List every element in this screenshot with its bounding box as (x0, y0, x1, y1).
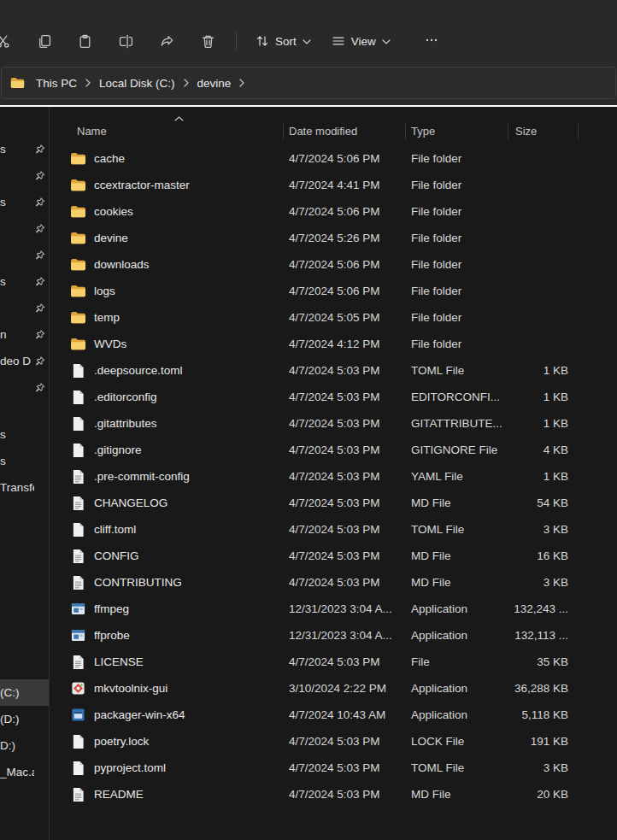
file-row[interactable]: logs4/7/2024 5:06 PMFile folder (50, 278, 617, 304)
file-date-modified: 4/7/2024 4:41 PM (284, 179, 406, 191)
file-type: Application (406, 708, 508, 721)
cut-button[interactable] (0, 25, 21, 57)
delete-button[interactable] (190, 25, 226, 57)
breadcrumb-item[interactable]: Local Disk (C:) (93, 73, 181, 93)
file-row[interactable]: .pre-commit-config4/7/2024 5:03 PMYAML F… (50, 463, 617, 490)
file-name-cell: packager-win-x64 (50, 707, 284, 723)
file-name-cell: .pre-commit-config (50, 468, 284, 485)
toolbar: Sort View (0, 17, 617, 65)
file-row[interactable]: CHANGELOG4/7/2024 5:03 PMMD File54 KB (50, 490, 617, 516)
breadcrumb-item[interactable]: This PC (30, 73, 83, 93)
file-list: cache4/7/2024 5:06 PMFile folderccextrac… (50, 145, 617, 808)
file-name: cliff.toml (94, 523, 136, 536)
column-header-size[interactable]: Size (508, 124, 579, 139)
sidebar-item[interactable]: s (0, 136, 49, 162)
paste-button[interactable] (67, 25, 103, 57)
file-name: packager-win-x64 (94, 708, 185, 721)
folder-icon (70, 150, 86, 167)
file-row[interactable]: cache4/7/2024 5:06 PMFile folder (50, 145, 617, 172)
file-icon (70, 733, 86, 749)
file-row[interactable]: packager-win-x644/7/2024 10:43 AMApplica… (50, 702, 617, 728)
view-button[interactable]: View (321, 25, 401, 57)
file-row[interactable]: cliff.toml4/7/2024 5:03 PMTOML File3 KB (50, 516, 617, 543)
sidebar-item[interactable] (0, 295, 49, 321)
file-row[interactable]: ccextractor-master4/7/2024 4:41 PMFile f… (50, 172, 617, 198)
file-type: TOML File (406, 761, 508, 774)
file-type: GITATTRIBUTE... (406, 417, 508, 430)
sidebar-item[interactable]: s (0, 421, 49, 448)
pin-icon (34, 170, 45, 181)
copy-button[interactable] (26, 25, 62, 57)
address-bar[interactable]: This PCLocal Disk (C:)devine (1, 67, 616, 99)
file-date-modified: 4/7/2024 5:06 PM (284, 258, 406, 271)
file-size: 4 KB (508, 443, 579, 456)
folder-icon (70, 336, 86, 352)
breadcrumb-item[interactable]: devine (191, 73, 238, 93)
column-header-name[interactable]: Name (50, 124, 284, 139)
file-name-cell: CONFIG (50, 548, 284, 564)
file-date-modified: 4/7/2024 5:03 PM (284, 364, 406, 377)
file-name: ffmpeg (94, 602, 129, 615)
sidebar-item[interactable]: (C:) (0, 679, 49, 706)
file-row[interactable]: poetry.lock4/7/2024 5:03 PMLOCK File191 … (50, 728, 617, 755)
file-date-modified: 4/7/2024 5:03 PM (284, 576, 406, 589)
sidebar-item[interactable] (0, 215, 49, 242)
more-options-button[interactable] (414, 25, 449, 57)
file-row[interactable]: WVDs4/7/2024 4:12 PMFile folder (50, 331, 617, 357)
file-date-modified: 4/7/2024 5:03 PM (284, 391, 406, 403)
file-type: Application (406, 602, 508, 615)
file-row[interactable]: cookies4/7/2024 5:06 PMFile folder (50, 198, 617, 225)
sidebar-item[interactable] (0, 374, 49, 401)
file-size: 132,113 ... (508, 629, 579, 642)
file-row[interactable]: CONFIG4/7/2024 5:03 PMMD File16 KB (50, 543, 617, 569)
sidebar-item-label: _Mac.ap (0, 766, 34, 778)
file-row[interactable]: README4/7/2024 5:03 PMMD File20 KB (50, 781, 617, 808)
file-row[interactable]: temp4/7/2024 5:05 PMFile folder (50, 304, 617, 331)
file-row[interactable]: .editorconfig4/7/2024 5:03 PMEDITORCONFI… (50, 384, 617, 410)
sidebar-item[interactable]: _Mac.ap (0, 759, 49, 785)
file-row[interactable]: .gitattributes4/7/2024 5:03 PMGITATTRIBU… (50, 410, 617, 437)
file-date-modified: 4/7/2024 5:03 PM (284, 417, 406, 430)
folder-icon (70, 283, 86, 299)
column-header-type[interactable]: Type (406, 124, 508, 139)
file-row[interactable]: ffprobe12/31/2023 3:04 A...Application13… (50, 622, 617, 649)
file-type: Application (406, 682, 508, 695)
share-icon (159, 33, 175, 50)
doc-icon (70, 786, 86, 802)
sidebar-item[interactable]: s (0, 268, 49, 295)
pin-icon (34, 329, 45, 340)
file-type: MD File (406, 549, 508, 562)
sidebar-item[interactable]: (D:) (0, 706, 49, 732)
file-name-cell: cliff.toml (50, 521, 284, 537)
share-button[interactable] (149, 25, 185, 57)
cut-icon (0, 33, 11, 50)
sidebar-item[interactable]: D:) (0, 732, 49, 759)
file-row[interactable]: mkvtoolnix-gui3/10/2024 2:22 PMApplicati… (50, 675, 617, 702)
sidebar-item[interactable]: Transfer (0, 474, 49, 501)
sidebar-item[interactable]: n (0, 321, 49, 348)
sort-button[interactable]: Sort (245, 25, 321, 57)
file-icon (70, 362, 86, 379)
rename-button[interactable] (108, 25, 144, 57)
file-row[interactable]: devine4/7/2024 5:26 PMFile folder (50, 225, 617, 251)
file-row[interactable]: downloads4/7/2024 5:06 PMFile folder (50, 251, 617, 278)
sidebar-item-label: s (0, 428, 6, 441)
column-header-date-modified[interactable]: Date modified (284, 124, 406, 139)
file-name: .pre-commit-config (94, 470, 190, 483)
file-type: MD File (406, 496, 508, 509)
file-name: ccextractor-master (94, 179, 190, 191)
sidebar-item[interactable] (0, 242, 49, 268)
file-row[interactable]: pyproject.toml4/7/2024 5:03 PMTOML File3… (50, 755, 617, 781)
file-row[interactable]: CONTRIBUTING4/7/2024 5:03 PMMD File3 KB (50, 569, 617, 596)
file-row[interactable]: LICENSE4/7/2024 5:03 PMFile35 KB (50, 649, 617, 675)
file-name-cell: CONTRIBUTING (50, 574, 284, 590)
file-row[interactable]: .deepsource.toml4/7/2024 5:03 PMTOML Fil… (50, 357, 617, 384)
sidebar-item[interactable]: s (0, 189, 49, 215)
file-row[interactable]: .gitignore4/7/2024 5:03 PMGITIGNORE File… (50, 437, 617, 463)
copy-icon (36, 33, 52, 50)
sidebar-item[interactable] (0, 162, 49, 189)
file-type: TOML File (406, 523, 508, 536)
sidebar-item[interactable]: deo D (0, 348, 49, 374)
file-row[interactable]: ffmpeg12/31/2023 3:04 A...Application132… (50, 596, 617, 622)
sidebar-item[interactable]: s (0, 448, 49, 474)
